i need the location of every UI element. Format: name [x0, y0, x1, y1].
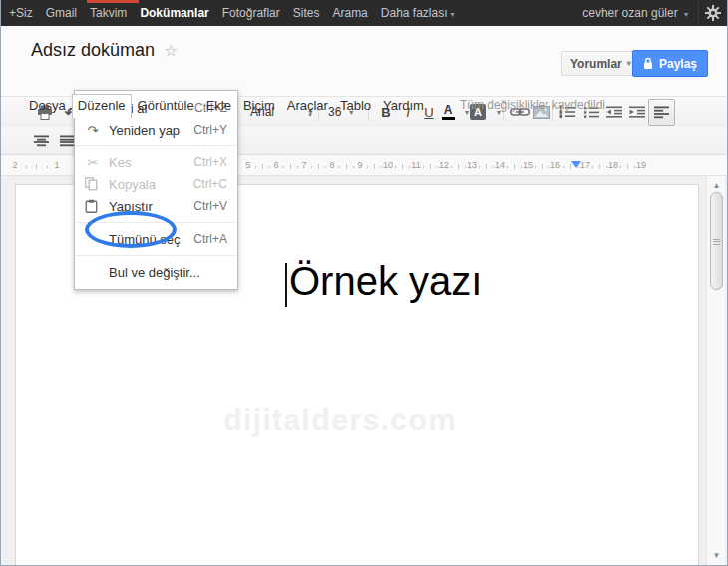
decrease-indent-button[interactable]: [604, 100, 624, 124]
top-bar-right: cevher ozan güler ▾: [582, 0, 727, 26]
menu-item-label: Tümünü seç: [109, 232, 193, 247]
menu-item-shortcut: Ctrl+A: [193, 232, 237, 246]
scroll-up-button[interactable]: ▲: [707, 178, 726, 192]
nav-siz[interactable]: +Siz: [9, 6, 33, 20]
settings-button[interactable]: [699, 0, 727, 26]
menu-item-label: Yapıştır: [109, 199, 193, 214]
align-left-button[interactable]: [648, 99, 675, 126]
account-menu[interactable]: cevher ozan güler ▾: [582, 6, 688, 20]
ruler-tick: [634, 166, 635, 168]
menu-duzenle[interactable]: Düzenle: [72, 94, 132, 118]
vertical-scrollbar[interactable]: ▲ ▼: [706, 176, 725, 566]
ruler-tick: [627, 164, 628, 169]
nav-dokumanlar[interactable]: Dokümanlar: [140, 6, 208, 20]
star-icon[interactable]: ☆: [164, 41, 178, 60]
scissors-icon: ✂: [85, 156, 101, 169]
chevron-down-icon: ▾: [451, 10, 455, 19]
nav-fotograflar[interactable]: Fotoğraflar: [222, 6, 280, 20]
outdent-icon: [606, 106, 622, 118]
ruler-tick: [458, 164, 459, 169]
menu-item-shortcut: Ctrl+Y: [193, 123, 237, 137]
ruler-indent-marker[interactable]: [571, 161, 581, 168]
ruler-tick: [339, 166, 340, 168]
share-button[interactable]: Paylaş: [632, 50, 708, 77]
document-text[interactable]: Örnek yazı: [289, 259, 482, 304]
ruler-tick: [311, 166, 312, 168]
nav-takvim[interactable]: Takvim: [90, 6, 127, 20]
menu-item-bul-ve-degistir[interactable]: Bul ve değiştir...: [75, 261, 237, 283]
ruler-number: 8: [329, 160, 334, 170]
menu-yardim[interactable]: Yardım: [377, 94, 430, 116]
ruler-tick: [514, 164, 515, 169]
ruler-tick: [486, 164, 487, 169]
scroll-down-button[interactable]: ▼: [707, 548, 726, 562]
nav-daha-fazlasi[interactable]: Daha fazlası▾: [381, 6, 455, 20]
ruler-tick: [353, 166, 354, 168]
comments-button[interactable]: Yorumlar ▾: [561, 51, 640, 76]
menu-goruntule[interactable]: Görüntüle: [132, 94, 200, 116]
align-justify-icon: [60, 135, 75, 147]
ruler-tick: [290, 164, 291, 169]
menu-divider: [75, 255, 237, 256]
google-docs-window: +Siz Gmail Takvim Dokümanlar Fotoğraflar…: [0, 0, 728, 566]
menu-bar: Dosya Düzenle Görüntüle Ekle Biçim Araçl…: [23, 94, 605, 118]
ruler-tick: [381, 166, 382, 168]
ruler-tick: [374, 164, 375, 169]
edit-dropdown-menu: ↶ Geri al Ctrl+Z ↷ Yeniden yap Ctrl+Y ✂ …: [74, 90, 238, 290]
watermark-text: dijitalders.com: [223, 403, 457, 438]
document-title[interactable]: Adsız doküman: [31, 40, 155, 61]
ruler-tick: [318, 164, 319, 169]
nav-sites[interactable]: Sites: [293, 6, 320, 20]
menu-dosya[interactable]: Dosya: [23, 94, 72, 116]
ruler-tick: [535, 166, 536, 168]
ruler-tick: [395, 166, 396, 168]
ruler-number: 14: [495, 160, 505, 170]
increase-indent-button[interactable]: [627, 100, 647, 124]
menu-item-label: Yeniden yap: [109, 123, 193, 138]
ruler-tick: [430, 164, 431, 169]
top-nav-items: +Siz Gmail Takvim Dokümanlar Fotoğraflar…: [1, 6, 455, 20]
ruler-number: 6: [273, 160, 278, 170]
menu-item-shortcut: Ctrl+X: [193, 155, 237, 169]
ruler-number: 11: [411, 160, 420, 170]
ruler-tick: [599, 164, 600, 169]
ruler-tick: [451, 166, 452, 168]
save-status-text: Tüm değişiklikler kaydedildi: [430, 94, 605, 112]
ruler-tick: [465, 166, 466, 168]
menu-item-label: Kes: [109, 155, 193, 170]
ruler-tick: [297, 166, 298, 168]
paste-icon: [85, 199, 101, 213]
align-center-button[interactable]: [31, 129, 51, 152]
menu-item-yeniden-yap[interactable]: ↷ Yeniden yap Ctrl+Y: [75, 119, 237, 141]
scrollbar-thumb[interactable]: [710, 192, 723, 290]
ruler-number: 13: [467, 160, 477, 170]
share-button-label: Paylaş: [659, 57, 697, 71]
ruler-tick: [255, 166, 256, 168]
ruler-number: 15: [523, 160, 533, 170]
ruler-tick: [521, 166, 522, 168]
menu-item-tumunu-sec[interactable]: Tümünü seç Ctrl+A: [75, 228, 237, 250]
nav-arama[interactable]: Arama: [332, 6, 367, 20]
menu-item-label: Kopyala: [109, 177, 193, 192]
menu-item-label: Bul ve değiştir...: [109, 265, 227, 280]
text-cursor: [285, 263, 287, 307]
menu-araclar[interactable]: Araçlar: [281, 94, 334, 116]
ruler-number: 5: [245, 160, 250, 170]
menu-tablo[interactable]: Tablo: [334, 94, 377, 116]
ruler-tick: [507, 166, 508, 168]
ruler-tick: [283, 166, 284, 168]
copy-icon: [85, 177, 101, 191]
menu-bicim[interactable]: Biçim: [237, 94, 281, 116]
ruler-number: 17: [580, 160, 590, 170]
ruler-tick: [606, 166, 607, 168]
scrollbar-grip: [711, 237, 722, 246]
menu-item-yapistir[interactable]: Yapıştır Ctrl+V: [75, 195, 237, 217]
align-center-icon: [34, 135, 49, 147]
ruler-number: 12: [439, 160, 449, 170]
menu-ekle[interactable]: Ekle: [200, 94, 237, 116]
ruler-tick: [548, 166, 549, 168]
ruler-tick: [423, 166, 424, 168]
ruler-tick: [367, 166, 368, 168]
nav-gmail[interactable]: Gmail: [46, 6, 77, 20]
ruler-number: 16: [550, 160, 560, 170]
